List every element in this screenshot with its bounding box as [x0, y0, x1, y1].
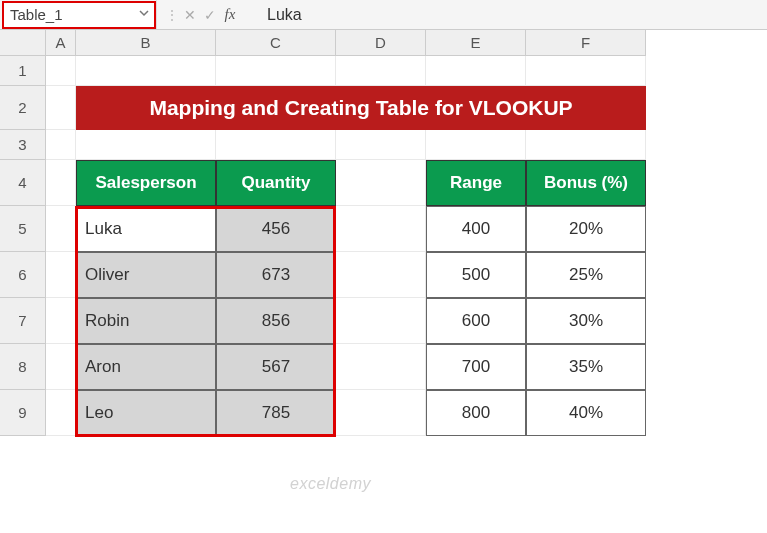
cell[interactable] — [46, 390, 76, 436]
col-header-d[interactable]: D — [336, 30, 426, 56]
cell[interactable] — [336, 130, 426, 160]
cell[interactable] — [46, 56, 76, 86]
cell[interactable] — [526, 130, 646, 160]
table2-cell[interactable]: 500 — [426, 252, 526, 298]
row-header-6[interactable]: 6 — [0, 252, 46, 298]
table1-cell[interactable]: 567 — [216, 344, 336, 390]
enter-icon[interactable]: ✓ — [201, 7, 219, 23]
table2-cell[interactable]: 30% — [526, 298, 646, 344]
table1-cell[interactable]: 785 — [216, 390, 336, 436]
cell[interactable] — [46, 206, 76, 252]
page-title: Mapping and Creating Table for VLOOKUP — [76, 86, 646, 130]
table2-cell[interactable]: 40% — [526, 390, 646, 436]
col-header-c[interactable]: C — [216, 30, 336, 56]
spreadsheet-grid: A B C D E F 1 2 Mapping and Creating Tab… — [0, 30, 767, 436]
table2-cell[interactable]: 700 — [426, 344, 526, 390]
watermark: exceldemy — [290, 475, 371, 493]
name-box-highlight: Table_1 — [2, 1, 156, 29]
cell[interactable] — [76, 56, 216, 86]
cell[interactable] — [46, 298, 76, 344]
col-header-a[interactable]: A — [46, 30, 76, 56]
table1-cell[interactable]: 673 — [216, 252, 336, 298]
row-header-8[interactable]: 8 — [0, 344, 46, 390]
cell[interactable] — [426, 56, 526, 86]
table1-cell[interactable]: 856 — [216, 298, 336, 344]
cell[interactable] — [526, 56, 646, 86]
cell[interactable] — [426, 130, 526, 160]
formula-input[interactable]: Luka — [247, 6, 302, 24]
cell[interactable] — [46, 130, 76, 160]
table2-cell[interactable]: 400 — [426, 206, 526, 252]
col-header-f[interactable]: F — [526, 30, 646, 56]
table2-header-range[interactable]: Range — [426, 160, 526, 206]
table1-cell[interactable]: Leo — [76, 390, 216, 436]
table1-cell[interactable]: Robin — [76, 298, 216, 344]
table2-cell[interactable]: 25% — [526, 252, 646, 298]
cell[interactable] — [336, 206, 426, 252]
col-header-e[interactable]: E — [426, 30, 526, 56]
row-header-9[interactable]: 9 — [0, 390, 46, 436]
fx-icon[interactable]: fx — [221, 6, 239, 23]
name-box[interactable]: Table_1 — [4, 6, 134, 23]
select-all-corner[interactable] — [0, 30, 46, 56]
cell[interactable] — [336, 344, 426, 390]
table1-header-salesperson[interactable]: Salesperson — [76, 160, 216, 206]
row-header-1[interactable]: 1 — [0, 56, 46, 86]
table1-header-quantity[interactable]: Quantity — [216, 160, 336, 206]
cell[interactable] — [46, 252, 76, 298]
cell[interactable] — [46, 160, 76, 206]
col-header-b[interactable]: B — [76, 30, 216, 56]
cell[interactable] — [336, 160, 426, 206]
table2-cell[interactable]: 800 — [426, 390, 526, 436]
cell[interactable] — [336, 252, 426, 298]
cancel-icon[interactable]: ✕ — [181, 7, 199, 23]
cell[interactable] — [46, 86, 76, 130]
table2-cell[interactable]: 35% — [526, 344, 646, 390]
row-header-7[interactable]: 7 — [0, 298, 46, 344]
cell[interactable] — [336, 298, 426, 344]
row-header-4[interactable]: 4 — [0, 160, 46, 206]
cell[interactable] — [216, 130, 336, 160]
table2-cell[interactable]: 600 — [426, 298, 526, 344]
formula-bar: Table_1 ⋮ ✕ ✓ fx Luka — [0, 0, 767, 30]
dots-icon: ⋮ — [165, 7, 179, 23]
name-box-dropdown-icon[interactable] — [134, 7, 154, 22]
table1-cell[interactable]: Oliver — [76, 252, 216, 298]
table2-cell[interactable]: 20% — [526, 206, 646, 252]
table1-cell[interactable]: Aron — [76, 344, 216, 390]
row-header-3[interactable]: 3 — [0, 130, 46, 160]
cell[interactable] — [76, 130, 216, 160]
table2-header-bonus[interactable]: Bonus (%) — [526, 160, 646, 206]
formula-buttons: ⋮ ✕ ✓ fx — [156, 0, 247, 29]
table1-cell[interactable]: 456 — [216, 206, 336, 252]
row-header-2[interactable]: 2 — [0, 86, 46, 130]
cell[interactable] — [216, 56, 336, 86]
cell[interactable] — [336, 56, 426, 86]
cell[interactable] — [46, 344, 76, 390]
cell[interactable] — [336, 390, 426, 436]
row-header-5[interactable]: 5 — [0, 206, 46, 252]
table1-cell[interactable]: Luka — [76, 206, 216, 252]
